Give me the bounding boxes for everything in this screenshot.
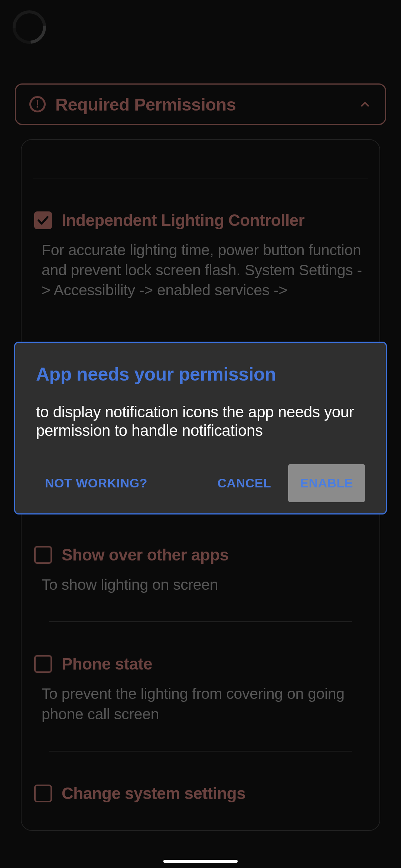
dialog-body: to display notification icons the app ne… bbox=[36, 403, 365, 440]
not-working-button[interactable]: NOT WORKING? bbox=[36, 466, 156, 500]
dialog-title: App needs your permission bbox=[36, 364, 365, 385]
navigation-handle[interactable] bbox=[163, 860, 238, 863]
dialog-button-row: NOT WORKING? CANCEL ENABLE bbox=[36, 464, 365, 502]
enable-button[interactable]: ENABLE bbox=[288, 464, 365, 502]
permission-dialog: App needs your permission to display not… bbox=[14, 342, 387, 514]
cancel-button[interactable]: CANCEL bbox=[209, 466, 280, 500]
